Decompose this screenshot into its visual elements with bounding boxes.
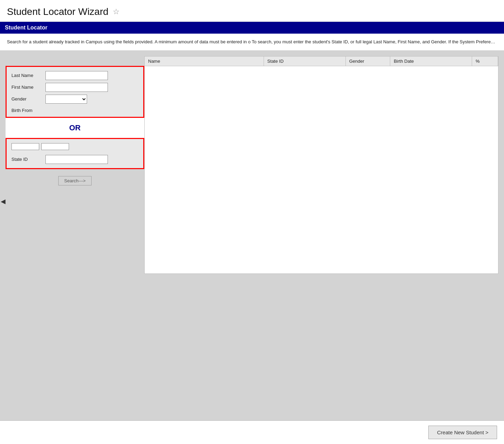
results-panel — [144, 66, 498, 274]
partial-input-1[interactable] — [11, 143, 39, 150]
state-id-label: State ID — [11, 157, 43, 162]
create-new-student-button[interactable]: Create New Student > — [428, 426, 497, 439]
first-name-label: First Name — [11, 85, 43, 90]
partial-inputs-row — [11, 143, 138, 150]
name-search-box: Last Name First Name Gender Male Female — [6, 66, 144, 118]
results-table-header: Name State ID Gender Birth Date % — [144, 56, 498, 66]
birth-from-partial: Birth From — [11, 106, 138, 113]
partial-input-2[interactable] — [41, 143, 69, 150]
footer-area: Create New Student > — [0, 420, 504, 444]
gender-select[interactable]: Male Female Non-Binary — [45, 95, 87, 104]
gender-label: Gender — [11, 96, 43, 102]
content-row: ◀ Last Name First Name Gender — [6, 66, 498, 274]
first-name-input[interactable] — [45, 83, 108, 92]
col-header-name: Name — [145, 56, 264, 66]
state-id-search-box: State ID — [6, 138, 144, 169]
last-name-input[interactable] — [45, 71, 108, 80]
gender-row: Gender Male Female Non-Binary — [11, 95, 138, 104]
state-id-row: State ID — [11, 155, 138, 164]
section-header: Student Locator — [0, 22, 504, 34]
or-divider: OR — [6, 118, 144, 138]
last-name-label: Last Name — [11, 73, 43, 78]
last-name-row: Last Name — [11, 71, 138, 80]
col-header-birthdate: Birth Date — [390, 56, 472, 66]
description-area: Search for a student already tracked in … — [0, 34, 504, 51]
first-name-row: First Name — [11, 83, 138, 92]
header-area: Student Locator Wizard ☆ — [0, 0, 504, 22]
page-wrapper: Student Locator Wizard ☆ Student Locator… — [0, 0, 504, 444]
search-button-container: Search---> — [6, 173, 144, 185]
search-panel: ◀ Last Name First Name Gender — [6, 66, 144, 274]
favorite-star-icon[interactable]: ☆ — [113, 7, 120, 16]
results-header-row: Name State ID Gender Birth Date % — [144, 56, 498, 66]
col-header-gender: Gender — [346, 56, 391, 66]
col-header-stateid: State ID — [264, 56, 346, 66]
page-title: Student Locator Wizard — [7, 6, 109, 17]
main-content: Name State ID Gender Birth Date % — [0, 51, 504, 421]
state-id-input[interactable] — [45, 155, 108, 164]
col-header-percent: % — [472, 56, 498, 66]
left-arrow-icon: ◀ — [1, 198, 6, 205]
search-button[interactable]: Search---> — [58, 176, 92, 185]
